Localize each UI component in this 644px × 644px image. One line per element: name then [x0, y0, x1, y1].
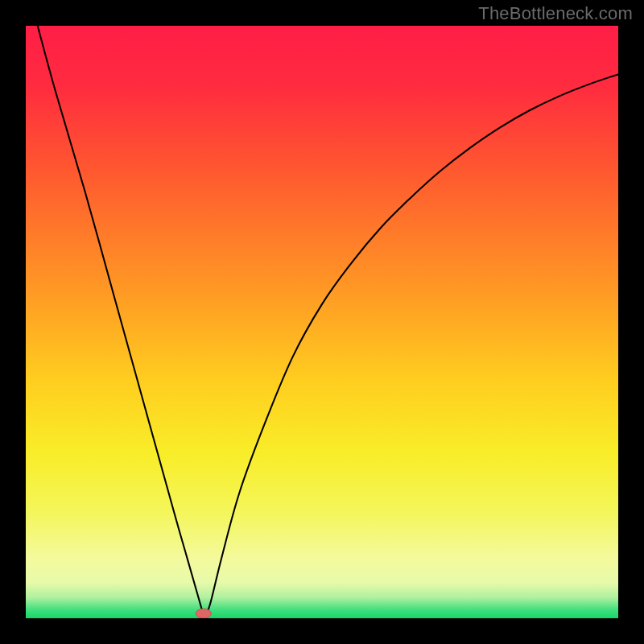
- chart-plot: [26, 26, 618, 618]
- plot-background: [26, 26, 618, 618]
- watermark-text: TheBottleneck.com: [478, 3, 633, 24]
- outer-frame: TheBottleneck.com: [0, 0, 644, 644]
- minimum-marker: [196, 609, 211, 618]
